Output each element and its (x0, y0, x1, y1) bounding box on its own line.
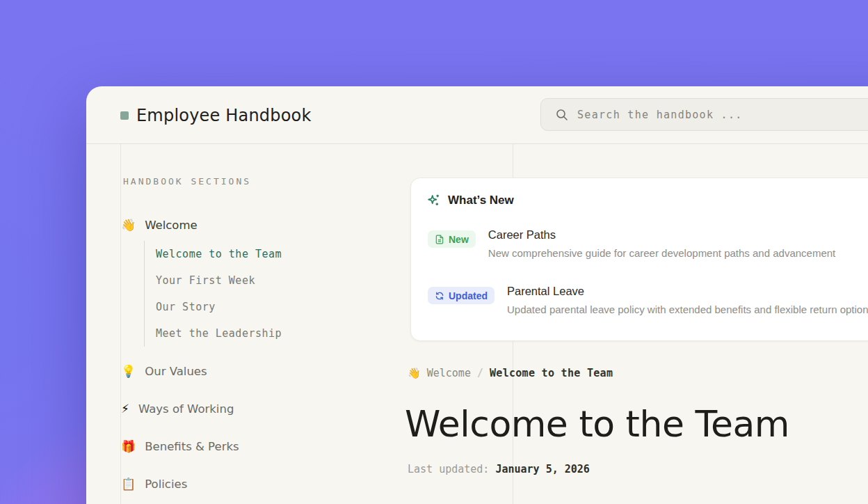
desktop-background: Employee Handbook HANDBOOK SECTIONS 👋 We… (0, 0, 868, 504)
last-updated-row: Last updated: January 5, 2026 (408, 463, 590, 475)
sidebar-item-policies[interactable]: 📋 Policies (121, 474, 187, 494)
whats-new-card: What’s New New Career Paths New comprehe… (410, 178, 868, 341)
badge-label: Updated (449, 290, 488, 301)
last-updated-value: January 5, 2026 (495, 463, 589, 475)
whats-new-item-title: Career Paths (488, 228, 835, 242)
refresh-icon (435, 291, 444, 301)
sidebar-item-label: Policies (145, 478, 187, 491)
app-header: Employee Handbook (86, 86, 868, 144)
whats-new-item-body: Career Paths New comprehensive guide for… (488, 228, 835, 259)
subnav-item-your-first-week[interactable]: Your First Week (145, 267, 282, 294)
updated-badge: Updated (428, 287, 495, 304)
whats-new-item-description: New comprehensive guide for career devel… (488, 247, 835, 259)
whats-new-item-career-paths[interactable]: New Career Paths New comprehensive guide… (428, 228, 835, 259)
search-icon (555, 108, 569, 122)
whats-new-title: What’s New (448, 194, 514, 207)
whats-new-item-body: Parental Leave Updated parental leave po… (507, 285, 868, 315)
search-input[interactable] (577, 100, 868, 129)
sparkles-icon (426, 193, 441, 207)
file-text-icon (435, 235, 444, 244)
breadcrumb-section-link[interactable]: Welcome (427, 367, 471, 379)
sidebar-item-benefits-perks[interactable]: 🎁 Benefits & Perks (121, 436, 239, 456)
lightning-bolt-icon: ⚡ (121, 403, 129, 415)
breadcrumb: 👋 Welcome / Welcome to the Team (408, 367, 613, 379)
whats-new-item-title: Parental Leave (507, 285, 868, 298)
last-updated-label: Last updated: (408, 463, 495, 475)
search-box[interactable] (540, 98, 868, 131)
whats-new-header: What’s New (426, 193, 514, 207)
light-bulb-icon: 💡 (121, 365, 136, 377)
subnav-item-meet-the-leadership[interactable]: Meet the Leadership (145, 320, 282, 347)
sidebar-item-label: Welcome (145, 219, 197, 232)
waving-hand-icon: 👋 (121, 219, 136, 231)
clipboard-icon: 📋 (121, 478, 136, 490)
badge-label: New (449, 234, 469, 245)
sidebar-heading: HANDBOOK SECTIONS (123, 176, 251, 187)
sidebar-item-label: Benefits & Perks (145, 440, 239, 453)
gift-icon: 🎁 (121, 441, 136, 452)
app-title: Employee Handbook (136, 106, 312, 125)
sidebar-item-welcome[interactable]: 👋 Welcome (121, 215, 198, 235)
breadcrumb-separator: / (477, 367, 483, 379)
subnav-item-our-story[interactable]: Our Story (145, 294, 282, 320)
breadcrumb-current-page: Welcome to the Team (490, 367, 613, 379)
welcome-subnav: Welcome to the Team Your First Week Our … (144, 241, 282, 347)
sidebar-item-our-values[interactable]: 💡 Our Values (121, 361, 207, 381)
app-logo-icon (120, 111, 129, 120)
sidebar-item-label: Ways of Working (138, 402, 234, 416)
employee-handbook-window: Employee Handbook HANDBOOK SECTIONS 👋 We… (86, 86, 868, 504)
whats-new-item-parental-leave[interactable]: Updated Parental Leave Updated parental … (428, 285, 868, 315)
sidebar-item-ways-of-working[interactable]: ⚡ Ways of Working (121, 399, 234, 418)
new-badge: New (428, 230, 476, 248)
sidebar-item-label: Our Values (145, 365, 207, 378)
page-title: Welcome to the Team (405, 403, 789, 445)
waving-hand-icon: 👋 (408, 368, 421, 379)
subnav-item-welcome-to-the-team[interactable]: Welcome to the Team (145, 241, 282, 267)
whats-new-item-description: Updated parental leave policy with exten… (507, 304, 868, 315)
